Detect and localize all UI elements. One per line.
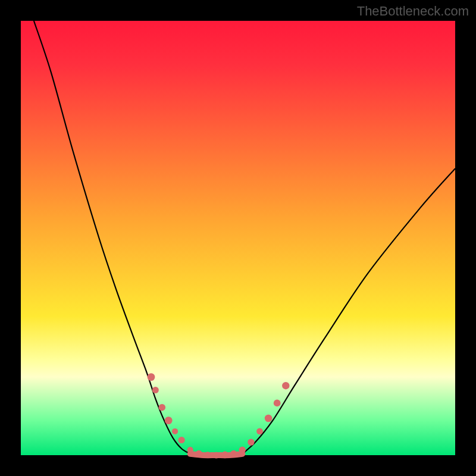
accent-dot — [148, 373, 155, 381]
accent-dot — [152, 387, 159, 393]
accent-dot — [282, 382, 289, 389]
right-branch-line — [190, 168, 455, 455]
accent-dot — [165, 416, 173, 424]
accent-dot — [221, 451, 228, 458]
outer-frame: TheBottleneck.com — [0, 0, 476, 476]
accent-dots-group — [148, 373, 290, 458]
accent-dot — [205, 452, 211, 458]
accent-dot — [230, 450, 237, 457]
watermark-text: TheBottleneck.com — [357, 4, 469, 19]
accent-dot — [187, 447, 193, 453]
accent-dot — [274, 400, 281, 407]
accent-dot — [239, 447, 246, 453]
accent-dot — [256, 428, 263, 435]
accent-dot — [178, 437, 185, 443]
accent-dot — [213, 452, 220, 458]
curve-svg — [21, 21, 455, 455]
left-branch-line — [34, 21, 242, 455]
accent-dot — [172, 428, 178, 434]
accent-dot — [265, 415, 273, 422]
accent-dot — [248, 439, 254, 445]
accent-dot — [196, 450, 202, 457]
accent-dot — [159, 404, 166, 411]
plot-area — [21, 21, 455, 455]
